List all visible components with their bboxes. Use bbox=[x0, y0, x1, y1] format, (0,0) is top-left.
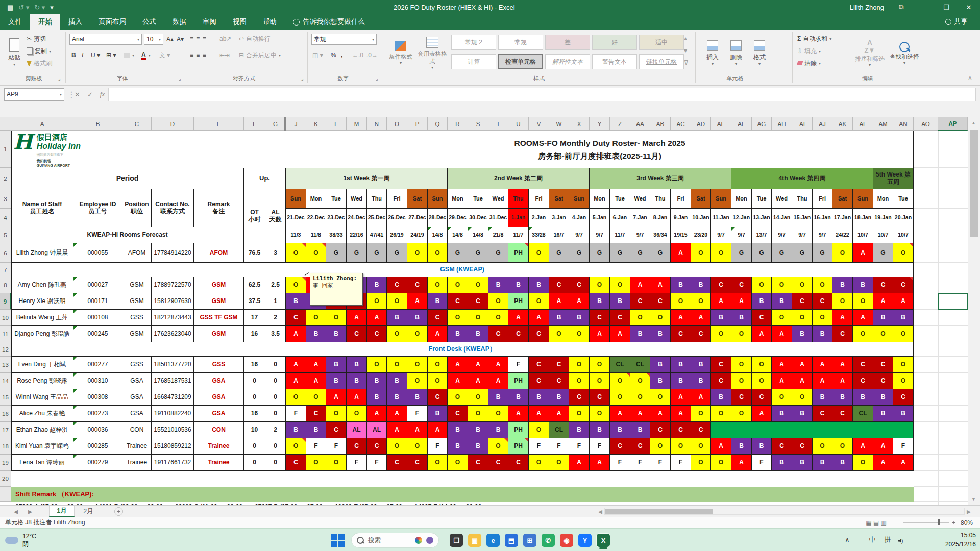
shift-cell[interactable]: A bbox=[448, 373, 468, 389]
shift-cell[interactable]: A bbox=[813, 373, 832, 389]
ot-cell[interactable]: 17 bbox=[244, 310, 265, 326]
shift-cell[interactable]: A bbox=[711, 438, 731, 455]
shift-cell[interactable]: B bbox=[407, 310, 428, 326]
column-header-A[interactable]: A bbox=[11, 117, 74, 131]
shift-cell[interactable]: F bbox=[529, 438, 549, 455]
comma-style-icon[interactable]: , bbox=[341, 50, 348, 60]
shift-cell[interactable]: B bbox=[873, 406, 893, 422]
taskbar-icon-file-explorer[interactable]: ▣ bbox=[468, 533, 482, 547]
column-header-AO[interactable]: AO bbox=[914, 117, 938, 131]
shift-cell[interactable]: C bbox=[772, 438, 792, 455]
shift-cell[interactable]: O bbox=[428, 277, 448, 293]
shift-cell[interactable]: C bbox=[873, 277, 893, 293]
shift-cell[interactable]: A bbox=[792, 373, 813, 389]
shift-cell[interactable]: B bbox=[671, 277, 691, 293]
shift-cell[interactable]: B bbox=[367, 373, 387, 389]
remark-cell[interactable]: CON bbox=[194, 422, 244, 438]
column-header-Z[interactable]: Z bbox=[610, 117, 630, 131]
shift-cell[interactable]: O bbox=[367, 357, 387, 373]
shift-cell[interactable]: B bbox=[448, 438, 468, 455]
shift-cell[interactable]: O bbox=[529, 455, 549, 471]
row-header-2[interactable]: 2 bbox=[0, 168, 11, 189]
shift-cell[interactable]: B bbox=[873, 310, 893, 326]
contact-cell[interactable]: 18501377720 bbox=[152, 357, 194, 373]
shift-cell[interactable]: C bbox=[529, 326, 549, 342]
shift-cell[interactable]: CL bbox=[549, 422, 569, 438]
shift-cell[interactable]: C bbox=[387, 455, 407, 471]
underline-button[interactable]: U ▾ bbox=[91, 50, 103, 60]
shift-cell[interactable]: C bbox=[792, 293, 813, 310]
shift-cell[interactable]: A bbox=[448, 357, 468, 373]
remark-cell[interactable]: GSA bbox=[194, 389, 244, 406]
position-cell[interactable]: GSA bbox=[122, 373, 152, 389]
shift-cell[interactable]: B bbox=[832, 277, 853, 293]
name-box[interactable]: AP9▾ bbox=[4, 88, 64, 101]
shift-cell[interactable]: C bbox=[752, 310, 772, 326]
start-button[interactable] bbox=[331, 533, 345, 547]
shift-cell[interactable]: B bbox=[772, 406, 792, 422]
new-sheet-button[interactable]: + bbox=[114, 507, 123, 516]
contact-cell[interactable]: 19110882240 bbox=[152, 406, 194, 422]
shift-cell[interactable]: A bbox=[407, 293, 428, 310]
vscroll-thumb[interactable] bbox=[970, 130, 978, 237]
shift-cell[interactable]: O bbox=[832, 243, 853, 263]
shift-cell[interactable]: A bbox=[326, 389, 347, 406]
shift-cell[interactable]: G bbox=[873, 243, 893, 263]
employee-id-cell[interactable]: 000308 bbox=[74, 389, 122, 406]
shift-cell[interactable]: O bbox=[671, 293, 691, 310]
shift-cell[interactable]: O bbox=[326, 310, 347, 326]
employee-id-cell[interactable]: 000277 bbox=[74, 357, 122, 373]
shift-cell[interactable]: B bbox=[347, 357, 367, 373]
shift-cell[interactable]: A bbox=[610, 326, 630, 342]
shift-cell[interactable]: O bbox=[671, 438, 691, 455]
shift-cell[interactable]: A bbox=[873, 438, 893, 455]
shift-cell[interactable]: C bbox=[448, 293, 468, 310]
gallery-up-icon[interactable]: ▴ bbox=[684, 35, 691, 42]
shift-cell[interactable]: C bbox=[367, 326, 387, 342]
shift-cell[interactable]: F bbox=[630, 455, 650, 471]
shift-cell[interactable]: O bbox=[529, 293, 549, 310]
format-button[interactable]: 格式▾ bbox=[748, 33, 771, 73]
enter-icon[interactable]: ✓ bbox=[87, 91, 93, 98]
shift-cell[interactable]: G bbox=[347, 243, 367, 263]
dialog-launcher-icon[interactable]: ⌟ bbox=[376, 76, 381, 81]
ribbon-tab-页面布局[interactable]: 页面布局 bbox=[90, 14, 134, 30]
row-header-18[interactable]: 18 bbox=[0, 438, 11, 455]
shift-cell[interactable]: F bbox=[610, 455, 630, 471]
row-header-19[interactable]: 19 bbox=[0, 455, 11, 471]
shift-cell[interactable]: A bbox=[387, 422, 407, 438]
shift-cell[interactable]: G bbox=[488, 243, 508, 263]
shift-cell[interactable]: B bbox=[752, 438, 772, 455]
shift-cell[interactable]: CL bbox=[610, 357, 630, 373]
shift-cell[interactable]: F bbox=[650, 455, 671, 471]
shift-cell[interactable]: B bbox=[671, 373, 691, 389]
style-gallery-item[interactable]: 好 bbox=[592, 35, 637, 50]
shift-cell[interactable]: O bbox=[772, 389, 792, 406]
column-header-P[interactable]: P bbox=[407, 117, 428, 131]
shift-cell[interactable]: B bbox=[610, 293, 630, 310]
column-header-AA[interactable]: AA bbox=[630, 117, 650, 131]
shift-cell[interactable]: A bbox=[772, 357, 792, 373]
shift-cell[interactable]: C bbox=[893, 389, 914, 406]
shift-cell[interactable]: A bbox=[731, 293, 752, 310]
indent-icons[interactable]: ⇤⇥ bbox=[219, 51, 234, 59]
shift-cell[interactable]: B bbox=[387, 310, 407, 326]
shift-cell[interactable]: O bbox=[306, 455, 326, 471]
share-button[interactable]: 共享 bbox=[937, 14, 976, 30]
al-cell[interactable]: 0 bbox=[265, 389, 286, 406]
ot-cell[interactable]: 0 bbox=[244, 373, 265, 389]
shift-cell[interactable]: O bbox=[691, 438, 711, 455]
shift-cell[interactable]: A bbox=[650, 406, 671, 422]
shift-cell[interactable]: B bbox=[691, 357, 711, 373]
shift-cell[interactable]: G bbox=[367, 243, 387, 263]
shift-cell[interactable]: F bbox=[671, 455, 691, 471]
column-header-R[interactable]: R bbox=[448, 117, 468, 131]
shift-cell[interactable]: A bbox=[428, 326, 448, 342]
al-cell[interactable]: 0 bbox=[265, 373, 286, 389]
shift-cell[interactable]: O bbox=[428, 357, 448, 373]
staff-name-cell[interactable]: Lilith Zhong 钟晨晨 bbox=[11, 243, 74, 263]
shift-cell[interactable]: A bbox=[752, 326, 772, 342]
shift-cell[interactable]: B bbox=[630, 422, 650, 438]
taskbar-icon-store[interactable]: ⬒ bbox=[504, 533, 519, 547]
shift-cell[interactable]: O bbox=[407, 243, 428, 263]
